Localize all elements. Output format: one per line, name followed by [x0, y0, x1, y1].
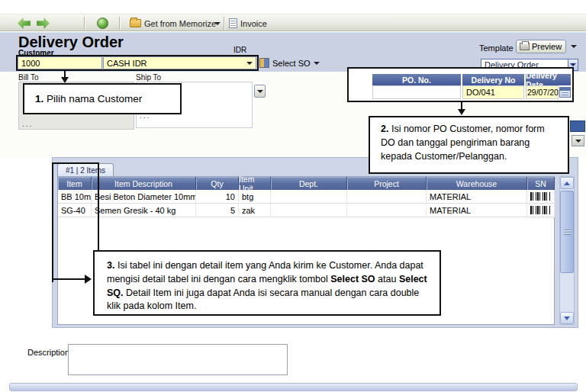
annotation1-arrowhead	[61, 77, 69, 83]
printer-icon	[520, 43, 530, 50]
col-header-description: Item Description	[92, 177, 196, 190]
annotation1-number: 1.	[35, 93, 43, 104]
customer-id-field[interactable]: 1000	[18, 56, 102, 69]
po-no-header: PO. No.	[372, 74, 461, 85]
cell-item[interactable]: SG-40	[58, 204, 92, 217]
preview-label: Preview	[532, 42, 562, 51]
cell-sn[interactable]	[527, 190, 555, 204]
chevron-down-icon[interactable]	[314, 62, 320, 65]
chevron-down-icon	[575, 140, 581, 143]
memorize-folder-icon	[130, 19, 141, 27]
cell-unit[interactable]: zak	[239, 204, 271, 217]
chevron-down-icon	[564, 316, 570, 320]
annotation3-arrowhead	[85, 275, 92, 284]
template-label: Template	[479, 43, 514, 53]
preview-button[interactable]: Preview	[516, 40, 566, 53]
annotation2-arrowhead	[458, 109, 465, 115]
invoice-doc-icon	[229, 18, 237, 28]
annotation3-bold-select-so: Select SO	[330, 274, 375, 284]
annotation2-text: Isi nomor PO Customer, nomor form DO dan…	[381, 124, 545, 162]
description-label: Description:	[27, 348, 72, 357]
ship-to-label: Ship To	[136, 73, 161, 82]
chevron-down-icon	[257, 90, 263, 93]
forward-button[interactable]	[37, 17, 50, 30]
get-from-memorize-button[interactable]: Get from Memorize	[130, 17, 216, 30]
back-button[interactable]	[18, 17, 31, 30]
cell-unit[interactable]: btg	[239, 190, 271, 204]
cell-qty[interactable]: 10	[196, 190, 239, 204]
annotation3-rect-right	[98, 162, 99, 252]
annotation2-box: 2. Isi nomor PO Customer, nomor form DO …	[369, 116, 569, 174]
bill-to-ellipsis[interactable]: ...	[22, 122, 33, 127]
scroll-up-button[interactable]	[560, 177, 574, 189]
col-header-qty: Qty	[196, 177, 239, 190]
customer-name-combo[interactable]: CASH IDR	[103, 56, 256, 69]
chevron-down-icon	[570, 63, 576, 66]
get-from-memorize-dropdown[interactable]	[214, 17, 221, 30]
col-header-dept: Dept.	[271, 177, 347, 190]
preview-dropdown-arrow[interactable]	[571, 45, 577, 48]
invoice-label: Invoice	[240, 19, 267, 28]
toolbar-separator	[84, 17, 85, 30]
po-panel: PO. No. Delivery No Delivery Date DO/041…	[347, 67, 574, 102]
barcode-icon	[530, 192, 550, 201]
vertical-scrollbar[interactable]	[559, 176, 575, 325]
scrollbar-thumb[interactable]	[560, 191, 574, 273]
cell-project[interactable]	[347, 204, 427, 217]
bill-to-label: Bill To	[18, 73, 39, 82]
delivery-no-field[interactable]: DO/041	[462, 85, 524, 99]
col-header-item: Item	[58, 177, 92, 190]
get-from-memorize-label: Get from Memorize	[144, 19, 216, 28]
cell-qty[interactable]: 5	[196, 204, 239, 217]
chevron-up-icon	[564, 182, 570, 185]
toolbar: Get from Memorize Invoice	[0, 14, 586, 31]
cell-description[interactable]: Besi Beton Diameter 10mm - 12m	[92, 190, 196, 204]
ship-to-dropdown-button[interactable]	[254, 85, 266, 98]
select-so-button[interactable]: Select SO	[259, 56, 320, 69]
cell-warehouse[interactable]: MATERIAL	[427, 190, 527, 204]
col-header-project: Project	[347, 177, 427, 190]
scroll-down-button[interactable]	[560, 312, 574, 324]
duplicate-button[interactable]	[97, 17, 108, 30]
toolbar-separator	[119, 17, 120, 30]
back-arrow-icon	[18, 18, 31, 29]
invoice-button[interactable]: Invoice	[229, 17, 267, 30]
edge-field-remnant	[570, 120, 585, 132]
currency-label: IDR	[233, 46, 246, 54]
delivery-order-window: Get from Memorize Invoice Delivery Order…	[0, 0, 586, 392]
col-header-unit: Item Unit	[239, 177, 271, 190]
edge-dropdown-button[interactable]	[572, 135, 584, 146]
annotation1-box: 1. Pilih nama Customer	[23, 83, 182, 114]
annotation3-box: 3. Isi tabel ini dengan detail item yang…	[93, 250, 441, 316]
annotation2-number: 2.	[381, 124, 388, 134]
tab-items[interactable]: #1 | 2 Items	[57, 163, 114, 176]
chevron-down-icon	[214, 22, 221, 25]
select-so-label: Select SO	[272, 59, 311, 68]
barcode-icon	[530, 206, 550, 214]
select-so-icon	[259, 58, 269, 68]
col-header-warehouse: Warehouse	[427, 177, 527, 190]
forward-arrow-icon	[37, 18, 50, 29]
calendar-button[interactable]	[559, 85, 571, 99]
annotation3-text-2: atau	[375, 274, 399, 284]
cell-warehouse[interactable]: MATERIAL	[427, 204, 527, 217]
annotation3-connector	[52, 278, 85, 280]
delivery-date-header: Delivery Date	[526, 74, 571, 85]
chevron-down-icon[interactable]	[246, 62, 253, 65]
delivery-date-field[interactable]: 29/07/2015	[526, 85, 559, 99]
cell-item[interactable]: BB 10mm	[58, 190, 92, 204]
cell-description[interactable]: Semen Gresik - 40 kg	[92, 204, 196, 217]
annotation1-text: Pilih nama Customer	[43, 93, 142, 104]
annotation3-number: 3.	[107, 260, 114, 271]
po-no-field[interactable]	[372, 85, 461, 99]
cell-dept[interactable]	[271, 190, 347, 204]
annotation3-rect-left	[52, 162, 53, 282]
annotation3-rect-top	[52, 162, 99, 164]
bottom-band	[9, 383, 578, 391]
cell-dept[interactable]	[271, 204, 347, 217]
cell-sn[interactable]	[527, 204, 555, 217]
delivery-no-header: Delivery No	[462, 74, 524, 85]
cell-project[interactable]	[347, 190, 427, 204]
col-header-sn: SN	[527, 177, 555, 190]
description-textarea[interactable]	[68, 344, 288, 375]
